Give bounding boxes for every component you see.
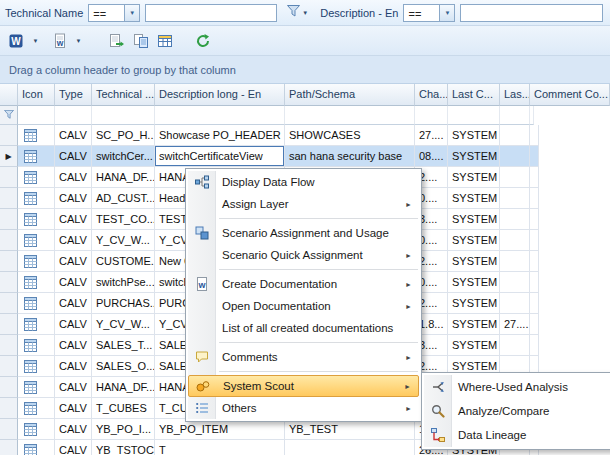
cell-description[interactable]: Showcase PO_HEADER — [155, 125, 285, 146]
export-file-button[interactable] — [105, 29, 129, 53]
cell-technical-name[interactable]: Y_CV_W... — [92, 230, 155, 251]
cell-technical-name[interactable]: AD_CUST... — [92, 188, 155, 209]
cell-technical-name[interactable]: TEST_CO... — [92, 209, 155, 230]
column-header-technical-name[interactable]: Technical ... — [92, 84, 155, 106]
cell-technical-name[interactable]: CUSTOME... — [92, 251, 155, 272]
cell-technical-name[interactable]: SC_PO_H... — [92, 125, 155, 146]
copy-grid-button[interactable] — [129, 29, 153, 53]
document-export-button[interactable]: w — [48, 29, 72, 53]
cell-technical-name[interactable]: SALES_O... — [92, 356, 155, 377]
cell-last[interactable] — [500, 146, 530, 167]
column-header-type[interactable]: Type — [55, 84, 92, 106]
menu-item-list-of-all-created-documentations[interactable]: List of all created documentations — [188, 317, 419, 339]
cell-path-schema[interactable]: YB_TEST — [285, 419, 415, 440]
cell-last-changed-by[interactable]: SYSTEM — [448, 251, 500, 272]
cell-last-changed-by[interactable]: SYSTEM — [448, 146, 500, 167]
description-en-operator-select[interactable]: == ▼ — [403, 4, 455, 22]
cell-comment[interactable] — [530, 209, 539, 230]
cell-type[interactable]: CALV — [55, 419, 92, 440]
filter-cell[interactable] — [415, 106, 448, 125]
menu-item-create-documentation[interactable]: wCreate Documentation► — [188, 273, 419, 295]
menu-item-system-scout[interactable]: System Scout► — [188, 375, 419, 397]
cell-comment[interactable] — [530, 188, 539, 209]
cell-last[interactable]: 27.... — [500, 314, 530, 335]
filter-cell[interactable] — [55, 106, 92, 125]
menu-item-display-data-flow[interactable]: Display Data Flow — [188, 171, 419, 193]
cell-comment[interactable] — [530, 146, 539, 167]
cell-technical-name[interactable]: switchPse... — [92, 272, 155, 293]
cell-type[interactable]: CALV — [55, 356, 92, 377]
menu-item-comments[interactable]: Comments► — [188, 346, 419, 368]
column-header-icon[interactable]: Icon — [18, 84, 55, 106]
cell-comment[interactable] — [530, 293, 539, 314]
table-row[interactable]: ▶ CALV switchCer... switchCertificateVie… — [0, 146, 610, 167]
cell-last-changed-by[interactable]: SYSTEM — [448, 209, 500, 230]
cell-technical-name[interactable]: SALES_T... — [92, 335, 155, 356]
cell-changed[interactable]: 27.... — [415, 125, 448, 146]
cell-type[interactable]: CALV — [55, 293, 92, 314]
cell-technical-name[interactable]: T_CUBES — [92, 398, 155, 419]
menu-item-scenario-quick-assignment[interactable]: Scenario Quick Assignment► — [188, 244, 419, 266]
cell-last-changed-by[interactable]: SYSTEM — [448, 293, 500, 314]
column-header-description[interactable]: Description long - En — [155, 84, 285, 106]
cell-type[interactable]: CALV — [55, 398, 92, 419]
cell-type[interactable]: CALV — [55, 125, 92, 146]
filter-cell[interactable] — [448, 106, 500, 125]
column-header-last-changed-by[interactable]: Last C... — [448, 84, 500, 106]
cell-last-changed-by[interactable]: SYSTEM — [448, 188, 500, 209]
cell-last[interactable] — [500, 188, 530, 209]
cell-last[interactable] — [500, 167, 530, 188]
column-header-path-schema[interactable]: Path/Schema — [285, 84, 415, 106]
filter-cell[interactable] — [92, 106, 155, 125]
cell-changed[interactable]: 08.... — [415, 146, 448, 167]
cell-type[interactable]: CALV — [55, 440, 92, 455]
cell-last[interactable] — [500, 251, 530, 272]
group-by-bar[interactable]: Drag a column header to group by that co… — [0, 56, 610, 84]
menu-item-others[interactable]: Others► — [188, 397, 419, 419]
menu-item-assign-layer[interactable]: Assign Layer► — [188, 193, 419, 215]
cell-last[interactable] — [500, 209, 530, 230]
menu-item-analyze-compare[interactable]: Analyze/Compare — [424, 399, 610, 423]
filter-cell[interactable] — [285, 106, 415, 125]
cell-type[interactable]: CALV — [55, 146, 92, 167]
cell-last-changed-by[interactable]: SYSTEM — [448, 272, 500, 293]
column-header-last[interactable]: Las... — [500, 84, 530, 106]
cell-type[interactable]: CALV — [55, 272, 92, 293]
filter-cell[interactable] — [155, 106, 285, 125]
refresh-button[interactable] — [191, 29, 215, 53]
cell-last-changed-by[interactable]: SYSTEM — [448, 125, 500, 146]
word-export-button-dropdown[interactable]: ▼ — [29, 29, 42, 53]
cell-path-schema[interactable]: SHOWCASES — [285, 125, 415, 146]
cell-last[interactable] — [500, 293, 530, 314]
cell-type[interactable]: CALV — [55, 230, 92, 251]
cell-technical-name[interactable]: Y_CV_W... — [92, 314, 155, 335]
cell-type[interactable]: CALV — [55, 335, 92, 356]
cell-description[interactable]: YB_PO_ITEM — [155, 419, 285, 440]
menu-item-scenario-assignment-and-usage[interactable]: Scenario Assignment and Usage — [188, 222, 419, 244]
cell-last[interactable] — [500, 272, 530, 293]
cell-last-changed-by[interactable]: SYSTEM — [448, 230, 500, 251]
cell-description[interactable]: switchCertificateView — [155, 146, 285, 167]
cell-type[interactable]: CALV — [55, 377, 92, 398]
cell-type[interactable]: CALV — [55, 251, 92, 272]
cell-comment[interactable] — [530, 230, 539, 251]
cell-type[interactable]: CALV — [55, 167, 92, 188]
cell-path-schema[interactable]: san hana security base — [285, 146, 415, 167]
column-header-changed[interactable]: Cha... — [415, 84, 448, 106]
cell-last-changed-by[interactable]: SYSTEM — [448, 167, 500, 188]
cell-technical-name[interactable]: YB_PO_I... — [92, 419, 155, 440]
cell-technical-name[interactable]: PURCHAS... — [92, 293, 155, 314]
cell-technical-name[interactable]: HANA_DF... — [92, 167, 155, 188]
column-header-comment[interactable]: Comment Co... — [530, 84, 610, 106]
cell-technical-name[interactable]: YB_TSTOC... — [92, 440, 155, 455]
description-en-filter-input[interactable] — [460, 4, 603, 22]
cell-last-changed-by[interactable]: SYSTEM — [448, 335, 500, 356]
cell-last[interactable] — [500, 335, 530, 356]
technical-name-filter-input[interactable] — [145, 4, 277, 22]
cell-comment[interactable] — [530, 125, 539, 146]
cell-comment[interactable] — [530, 251, 539, 272]
filter-cell[interactable] — [18, 106, 55, 125]
menu-item-data-lineage[interactable]: Data Lineage — [424, 423, 610, 447]
document-export-button-dropdown[interactable]: ▼ — [72, 29, 85, 53]
cell-technical-name[interactable]: switchCer... — [92, 146, 155, 167]
